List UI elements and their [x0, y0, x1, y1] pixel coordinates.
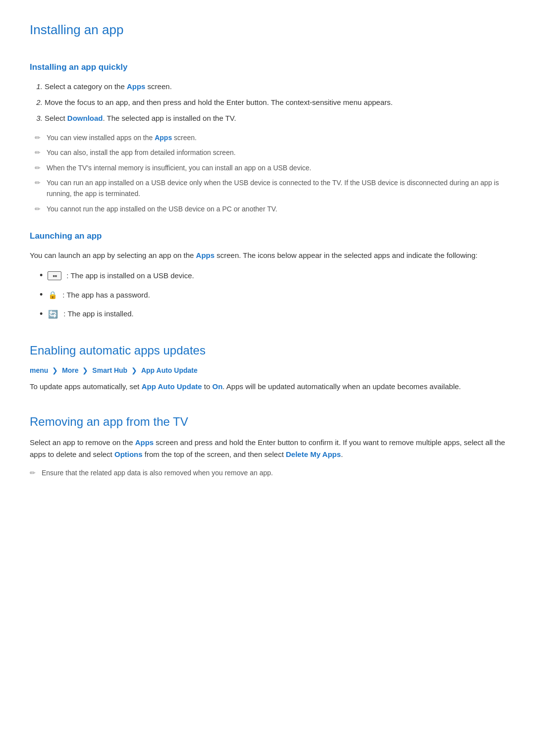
usb-icon: ▪▪	[48, 271, 61, 280]
bullet-usb: • ▪▪ : The app is installed on a USB dev…	[40, 268, 505, 283]
bullet-lock: • 🔒 : The app has a password.	[40, 288, 505, 302]
app-auto-update-link[interactable]: App Auto Update	[142, 382, 202, 391]
icon-bullets-list: • ▪▪ : The app is installed on a USB dev…	[40, 268, 505, 321]
installed-icon: 🔄	[48, 308, 58, 319]
step-2: Move the focus to an app, and then press…	[45, 97, 505, 108]
step-3: Select Download. The selected app is ins…	[45, 112, 505, 124]
section-heading-removing: Removing an app from the TV	[30, 412, 505, 431]
options-link[interactable]: Options	[114, 450, 143, 458]
note-item: You can view installed apps on the Apps …	[35, 132, 505, 143]
breadcrumb-more[interactable]: More	[62, 366, 78, 374]
launching-intro: You can launch an app by selecting an ap…	[30, 250, 505, 261]
section-heading-auto-update: Enabling automatic apps updates	[30, 341, 505, 360]
breadcrumb-menu[interactable]: menu	[30, 366, 48, 374]
breadcrumb: menu ❯ More ❯ Smart Hub ❯ App Auto Updat…	[30, 365, 505, 376]
note-item: You cannot run the app installed on the …	[35, 203, 505, 214]
auto-update-body: To update apps automatically, set App Au…	[30, 381, 505, 393]
download-link[interactable]: Download	[67, 114, 103, 122]
delete-my-apps-link[interactable]: Delete My Apps	[286, 450, 341, 458]
removing-note: Ensure that the related app data is also…	[30, 467, 505, 478]
apps-link-launching[interactable]: Apps	[196, 251, 215, 259]
section-heading-launching: Launching an app	[30, 229, 505, 243]
breadcrumb-app-auto-update[interactable]: App Auto Update	[141, 366, 198, 374]
page-title: Installing an app	[30, 20, 505, 46]
apps-link-note1[interactable]: Apps	[155, 134, 172, 142]
note-item: You can also, install the app from detai…	[35, 147, 505, 158]
notes-list-installing: You can view installed apps on the Apps …	[30, 132, 505, 214]
steps-list: Select a category on the Apps screen. Mo…	[45, 81, 505, 124]
apps-link-step1[interactable]: Apps	[127, 82, 146, 91]
bullet-installed: • 🔄 : The app is installed.	[40, 307, 505, 321]
on-link[interactable]: On	[213, 382, 223, 391]
breadcrumb-smarthub[interactable]: Smart Hub	[92, 366, 127, 374]
note-item: When the TV's internal memory is insuffi…	[35, 162, 505, 173]
removing-body: Select an app to remove on the Apps scre…	[30, 437, 505, 460]
apps-link-removing[interactable]: Apps	[135, 438, 154, 447]
lock-icon: 🔒	[48, 290, 57, 300]
step-1: Select a category on the Apps screen.	[45, 81, 505, 93]
note-item: You can run an app installed on a USB de…	[35, 177, 505, 200]
section-heading-installing-quickly: Installing an app quickly	[30, 60, 505, 74]
